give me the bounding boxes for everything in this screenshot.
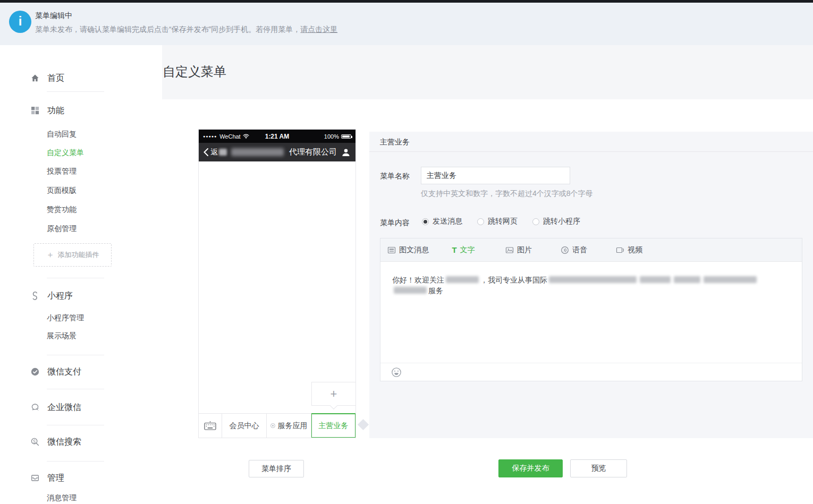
sidebar-item-label: 企业微信 xyxy=(47,402,81,413)
radio-send-message[interactable]: 发送消息 xyxy=(422,217,462,226)
sidebar-item-label: 微信搜索 xyxy=(47,437,81,448)
preview-button[interactable]: 预览 xyxy=(570,459,627,477)
info-icon: i xyxy=(9,11,31,33)
tab-image[interactable]: 图片 xyxy=(491,238,546,261)
profile-icon xyxy=(341,148,351,157)
sidebar-item-features[interactable]: 功能 xyxy=(30,105,64,116)
sidebar-item-page-template[interactable]: 页面模版 xyxy=(47,185,77,195)
voice-icon xyxy=(561,246,569,254)
add-menu-item-button[interactable]: + xyxy=(311,382,356,406)
sidebar-item-miniprogram-manage[interactable]: 小程序管理 xyxy=(47,313,84,322)
keyboard-icon xyxy=(204,421,216,430)
notification-banner: i 菜单编辑中 菜单未发布，请确认菜单编辑完成后点击“保存并发布”同步到手机。若… xyxy=(0,3,813,45)
sidebar-divider xyxy=(47,355,104,355)
tab-rich-media[interactable]: 图文消息 xyxy=(380,238,436,261)
tab-label: 图文消息 xyxy=(399,245,429,255)
tab-voice[interactable]: 语音 xyxy=(546,238,602,261)
phone-menu-bar: 会员中心 服务应用 主营业务 xyxy=(199,413,355,438)
message-text-area[interactable]: 你好！欢迎关注，我司专业从事国际服务 xyxy=(380,262,802,363)
add-plugin-label: 添加功能插件 xyxy=(58,250,99,260)
menu-item-label: 主营业务 xyxy=(319,421,349,431)
back-chevron-icon xyxy=(204,148,208,156)
sidebar-item-work-wechat[interactable]: 企业微信 xyxy=(30,402,81,413)
sidebar-item-original-manage[interactable]: 原创管理 xyxy=(47,224,77,233)
radio-jump-webpage[interactable]: 跳转网页 xyxy=(477,217,518,226)
sidebar-item-wechat-search[interactable]: 微信搜索 xyxy=(30,436,81,448)
menu-item-label: 服务应用 xyxy=(278,421,308,431)
blurred-text xyxy=(446,276,479,283)
radio-circle-icon xyxy=(422,218,429,225)
radio-label: 跳转小程序 xyxy=(543,217,580,226)
back-label: 返 xyxy=(210,148,218,157)
sidebar-item-custom-menu[interactable]: 自定义菜单 xyxy=(47,148,84,157)
radio-circle-icon xyxy=(532,218,539,225)
rich-media-icon xyxy=(387,246,396,254)
video-icon xyxy=(616,246,624,254)
radio-circle-icon xyxy=(477,218,484,225)
sidebar-item-reward[interactable]: 赞赏功能 xyxy=(47,204,77,214)
menu-item-label: 会员中心 xyxy=(230,421,259,431)
sidebar-item-auto-reply[interactable]: 自动回复 xyxy=(47,129,77,139)
sidebar-item-label: 首页 xyxy=(47,73,64,84)
sidebar-item-home[interactable]: 首页 xyxy=(30,72,64,84)
phone-screen xyxy=(199,161,355,413)
wechat-mp-menu-editor-page: i 菜单编辑中 菜单未发布，请确认菜单编辑完成后点击“保存并发布”同步到手机。若… xyxy=(0,0,813,504)
work-wechat-icon xyxy=(30,403,40,412)
message-suffix: 服务 xyxy=(428,286,443,295)
phone-status-bar: ●●●●● WeChat 1:21 AM 100% xyxy=(199,130,355,143)
sidebar-divider xyxy=(47,91,104,92)
tab-label: 语音 xyxy=(572,245,587,255)
menu-name-hint: 仅支持中英文和数字，字数不超过4个汉字或8个字母 xyxy=(421,189,593,199)
emoji-icon[interactable] xyxy=(391,367,402,378)
image-icon xyxy=(505,246,514,254)
tab-video[interactable]: 视频 xyxy=(602,238,657,261)
blurred-text xyxy=(674,276,700,283)
sidebar-item-label: 功能 xyxy=(47,105,64,116)
panel-connector-arrow xyxy=(358,419,369,430)
sidebar-item-label: 管理 xyxy=(47,473,64,484)
battery-percent: 100% xyxy=(324,133,339,140)
menu-name-input[interactable] xyxy=(421,167,570,184)
menu-item-member-center[interactable]: 会员中心 xyxy=(222,414,267,438)
menu-editor-card: ●●●●● WeChat 1:21 AM 100% 返 代理有限公司 + xyxy=(162,99,813,504)
keyboard-toggle-button[interactable] xyxy=(199,414,222,438)
submenu-indicator-icon xyxy=(270,423,275,428)
banner-title: 菜单编辑中 xyxy=(35,11,72,21)
message-media-editor: 图文消息 T 文字 图片 语音 xyxy=(380,238,802,381)
add-plugin-button[interactable]: ＋ 添加功能插件 xyxy=(33,243,112,267)
manage-icon xyxy=(30,473,40,483)
banner-message: 菜单未发布，请确认菜单编辑完成后点击“保存并发布”同步到手机。若停用菜单，请点击… xyxy=(35,25,337,35)
sidebar-item-vote-manage[interactable]: 投票管理 xyxy=(47,166,77,176)
wechat-pay-icon xyxy=(30,367,40,377)
wechat-search-icon xyxy=(30,437,40,447)
sidebar-item-label: 微信支付 xyxy=(47,366,81,378)
phone-nav-bar: 返 代理有限公司 xyxy=(199,143,355,161)
blurred-text xyxy=(219,149,227,156)
menu-item-main-business[interactable]: 主营业务 xyxy=(311,414,355,438)
miniprogram-icon xyxy=(30,291,40,301)
sidebar-item-manage[interactable]: 管理 xyxy=(30,472,64,484)
menu-sort-button[interactable]: 菜单排序 xyxy=(249,460,304,477)
sidebar-item-message-manage[interactable]: 消息管理 xyxy=(47,493,77,502)
sidebar-divider xyxy=(47,389,104,389)
tab-text[interactable]: T 文字 xyxy=(436,238,491,261)
sidebar-item-miniprogram[interactable]: 小程序 xyxy=(30,290,73,302)
sidebar-item-wechat-pay[interactable]: 微信支付 xyxy=(30,366,81,378)
home-icon xyxy=(30,73,40,83)
phone-preview: ●●●●● WeChat 1:21 AM 100% 返 代理有限公司 + xyxy=(198,129,356,438)
panel-header: 主营业务 xyxy=(369,132,813,152)
page-title: 自定义菜单 xyxy=(163,63,226,80)
save-and-publish-button[interactable]: 保存并发布 xyxy=(498,459,563,477)
blurred-text xyxy=(640,276,671,283)
plus-icon: ＋ xyxy=(46,250,55,261)
blurred-text xyxy=(704,276,757,283)
sidebar-item-display-scene[interactable]: 展示场景 xyxy=(47,331,77,340)
banner-link[interactable]: 请点击这里 xyxy=(300,25,337,33)
sidebar-divider xyxy=(47,425,104,425)
sidebar-divider xyxy=(47,278,104,278)
menu-item-service-apps[interactable]: 服务应用 xyxy=(267,414,311,438)
radio-jump-miniprogram[interactable]: 跳转小程序 xyxy=(532,217,580,226)
media-type-tabs: 图文消息 T 文字 图片 语音 xyxy=(380,238,802,262)
tab-label: 文字 xyxy=(460,245,475,255)
radio-label: 发送消息 xyxy=(433,217,462,226)
